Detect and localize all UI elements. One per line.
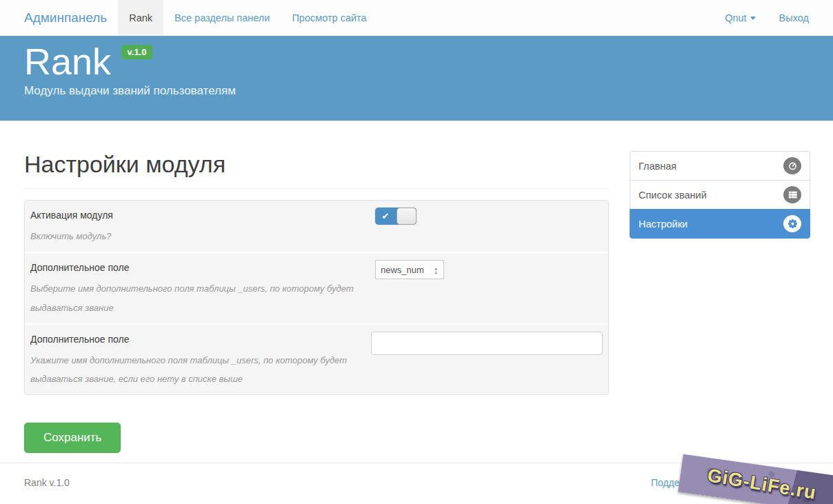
sidebar-item-home[interactable]: Главная [630,151,810,181]
field-label: Активация модуля [30,207,375,224]
check-icon: ✔ [375,208,396,225]
logout-link[interactable]: Выход [767,0,833,36]
sidebar-item-settings[interactable]: Настройки [630,209,810,239]
module-activation-toggle[interactable]: ✔ [375,208,417,225]
field-hint: Включить модуль? [30,227,375,245]
page-title: Настройки модуля [24,151,609,189]
row-left: Дополнительное поле Выберите имя дополни… [30,259,375,317]
user-menu-dropdown[interactable]: Qnut [713,0,767,36]
nav-tab-all-sections[interactable]: Все разделы панели [163,0,281,36]
dashboard-icon [783,157,801,174]
module-hero: Rank v.1.0 Модуль выдачи званий пользова… [0,36,833,121]
field-label: Дополнительное поле [30,259,375,276]
settings-column: Настройки модуля Активация модуля Включи… [24,151,609,453]
field-label: Дополнительное поле [30,331,371,348]
sidebar-item-label: Главная [639,161,676,172]
row-control [371,331,603,389]
module-subtitle: Модуль выдачи званий пользователям [24,84,809,98]
extra-field-select[interactable]: news_num ↕ [375,260,444,279]
updown-arrows-icon: ↕ [434,265,439,275]
sidebar-item-label: Список званий [639,190,707,201]
nav-spacer [378,0,714,36]
extra-field-input[interactable] [371,332,603,355]
footer-version: Rank v.1.0 [24,477,70,504]
watermark-text: GiG-LiFe.ru [706,465,818,504]
form-row-extra-field-select: Дополнительное поле Выберите имя дополни… [25,252,608,323]
field-hint: Укажите имя дополнительного поля таблицы… [30,351,371,389]
form-row-extra-field-input: Дополнительное поле Укажите имя дополнит… [25,323,608,395]
main-content: Настройки модуля Активация модуля Включи… [0,121,833,453]
sidebar-item-label: Настройки [639,219,688,230]
module-nav-list: Главная Список званий Настройки [630,151,810,239]
top-navbar: Админпанель Rank Все разделы панели Прос… [0,0,833,36]
page: Админпанель Rank Все разделы панели Прос… [0,0,833,504]
toggle-knob[interactable] [397,208,417,225]
version-badge: v.1.0 [121,45,153,59]
row-control: ✔ [375,207,603,245]
save-button[interactable]: Сохранить [24,423,121,453]
select-value: news_num [381,265,424,275]
settings-form-panel: Активация модуля Включить модуль? ✔ Допо… [24,200,609,395]
list-icon [783,186,801,203]
user-menu-label: Qnut [725,12,746,23]
nav-right: Qnut Выход [713,0,833,36]
nav-tab-view-site[interactable]: Просмотр сайта [281,0,377,36]
sidebar-column: Главная Список званий Настройки [630,151,810,453]
gear-icon [783,215,801,232]
brand-adminpanel[interactable]: Админпанель [0,0,118,36]
nav-tab-rank[interactable]: Rank [118,0,163,36]
nav-tabs: Rank Все разделы панели Просмотр сайта [118,0,377,36]
row-left: Активация модуля Включить модуль? [30,207,375,245]
field-hint: Выберите имя дополнительного поля таблиц… [30,279,375,317]
caret-down-icon [750,17,756,20]
module-title: Rank [24,40,111,83]
form-row-activation: Активация модуля Включить модуль? ✔ [25,201,608,252]
row-control: news_num ↕ [375,259,603,317]
row-left: Дополнительное поле Укажите имя дополнит… [30,331,371,389]
sidebar-item-rank-list[interactable]: Список званий [630,180,810,210]
